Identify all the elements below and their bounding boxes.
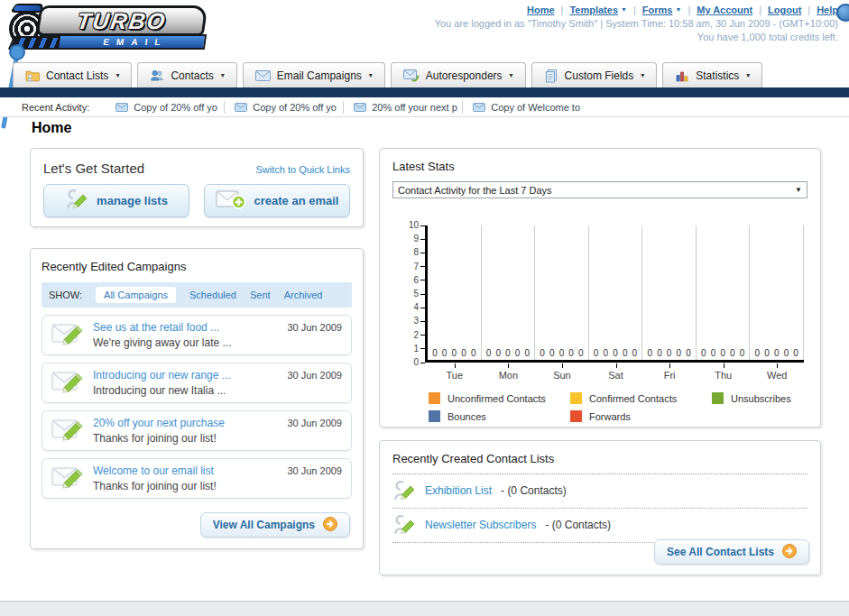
chart-value-label: 0 xyxy=(461,348,466,358)
header-link-forms[interactable]: Forms xyxy=(642,5,673,15)
contact-list-link[interactable]: Newsletter Subscribers xyxy=(425,519,536,531)
chart-value-labels: 00000 xyxy=(428,348,481,358)
chart-value-label: 0 xyxy=(559,348,565,358)
chart-plot-area: 00000000000000000000000000000000000 xyxy=(425,225,804,363)
see-all-contact-lists-button[interactable]: See All Contact Lists xyxy=(654,539,809,565)
chart-value-label: 0 xyxy=(711,348,716,358)
recent-activity-item-label: Copy of 20% off yo xyxy=(134,102,217,113)
contact-list-item: Newsletter Subscribers - (0 Contacts) xyxy=(392,509,807,543)
chart-day-group: 00000 xyxy=(642,225,697,360)
tab-statistics[interactable]: Statistics▾ xyxy=(662,62,762,87)
y-tick-mark xyxy=(420,335,425,336)
campaign-title-link[interactable]: Welcome to our email list xyxy=(93,464,278,477)
x-tick-label: Wed xyxy=(750,363,804,381)
y-tick-mark xyxy=(420,348,425,349)
recent-activity-item-label: Copy of 20% off yo xyxy=(253,102,337,113)
campaign-date: 30 Jun 2009 xyxy=(287,368,342,381)
link-separator: | xyxy=(759,5,761,15)
create-email-button[interactable]: create an email xyxy=(204,184,350,217)
chevron-down-icon: ▼ xyxy=(621,6,627,13)
campaign-filters: All CampaignsScheduledSentArchived xyxy=(96,287,322,303)
view-all-campaigns-button[interactable]: View All Campaigns xyxy=(200,512,350,538)
y-tick-mark xyxy=(420,363,425,363)
recent-activity-item-label: Copy of Welcome to xyxy=(491,102,580,113)
y-tick-mark xyxy=(420,253,425,253)
contact-list-items: Exhibition List - (0 Contacts)Newsletter… xyxy=(392,474,807,543)
recent-contact-lists-title: Recently Created Contact Lists xyxy=(392,452,807,474)
chart-value-label: 0 xyxy=(432,348,438,358)
recent-activity-item[interactable]: Copy of 20% off yo xyxy=(225,101,344,114)
legend-item-forwards: Forwards xyxy=(570,410,712,422)
contact-activity-chart: 012345678910 000000000000000000000000000… xyxy=(392,225,807,363)
switch-quick-links-link[interactable]: Switch to Quick Links xyxy=(255,164,350,175)
chart-value-label: 0 xyxy=(540,348,545,358)
contact-list-item: Exhibition List - (0 Contacts) xyxy=(392,474,807,509)
main-navigation: Contact Lists▾Contacts▾Email Campaigns▾A… xyxy=(13,62,762,87)
tab-contacts[interactable]: Contacts▾ xyxy=(137,62,236,87)
chart-value-label: 0 xyxy=(524,348,530,358)
chevron-down-icon: ▼ xyxy=(675,6,681,13)
y-tick-mark xyxy=(420,280,425,280)
manage-lists-button[interactable]: manage lists xyxy=(43,184,189,217)
contact-list-link[interactable]: Exhibition List xyxy=(425,484,492,497)
header-utility-area: Home|Templates▼|Forms▼|My Account|Logout… xyxy=(435,5,838,42)
chart-day-group: 00000 xyxy=(589,225,643,360)
legend-label: Unconfirmed Contacts xyxy=(448,393,546,404)
recent-activity-item[interactable]: Copy of 20% off yo xyxy=(106,101,225,114)
envelope-small-icon xyxy=(354,103,366,112)
logo-wordmark: TURBO xyxy=(36,5,208,36)
tab-custom-fields[interactable]: Custom Fields▾ xyxy=(531,62,658,87)
tab-autoresponders[interactable]: Autoresponders▾ xyxy=(391,62,526,87)
footer-bar xyxy=(0,601,849,616)
chevron-down-icon: ▾ xyxy=(221,71,225,79)
header-link-home[interactable]: Home xyxy=(527,5,555,15)
y-tick-label: 4 xyxy=(413,303,419,312)
legend-item-confirmed-contacts: Confirmed Contacts xyxy=(570,392,712,404)
envelope-nav-icon xyxy=(255,70,271,81)
campaign-item-body: Welcome to our email listThanks for join… xyxy=(93,464,278,492)
campaign-date: 30 Jun 2009 xyxy=(287,416,342,428)
tab-email-campaigns[interactable]: Email Campaigns▾ xyxy=(243,62,385,87)
campaign-subtitle: We're giving away our late ... xyxy=(93,336,278,349)
view-all-campaigns-label: View All Campaigns xyxy=(213,519,315,531)
header-link-help[interactable]: Help xyxy=(817,5,838,15)
person-pencil-icon xyxy=(392,479,416,502)
header-link-my-account[interactable]: My Account xyxy=(697,5,752,15)
campaign-title-link[interactable]: See us at the retail food ... xyxy=(93,321,278,334)
envelope-arrow-icon xyxy=(403,69,420,82)
campaign-filter-all-campaigns[interactable]: All Campaigns xyxy=(96,287,176,303)
chart-value-label: 0 xyxy=(594,348,599,358)
link-separator: | xyxy=(688,5,690,15)
campaign-filter-scheduled[interactable]: Scheduled xyxy=(189,290,236,300)
navy-divider-bar xyxy=(0,87,849,97)
recent-activity-item[interactable]: 20% off your next p xyxy=(344,101,463,114)
chart-value-label: 0 xyxy=(471,348,476,358)
y-tick-label: 7 xyxy=(413,262,419,271)
campaign-item-body: 20% off your next purchaseThanks for joi… xyxy=(93,416,278,445)
campaign-item: 20% off your next purchaseThanks for joi… xyxy=(42,410,352,451)
x-tick-mark xyxy=(455,363,456,368)
chart-day-group: 00000 xyxy=(750,225,804,360)
legend-label: Bounces xyxy=(448,411,486,422)
campaign-title-link[interactable]: 20% off your next purchase xyxy=(93,417,278,429)
header-link-templates[interactable]: Templates xyxy=(569,5,618,15)
recent-activity-item[interactable]: Copy of Welcome to xyxy=(463,101,582,114)
arrow-circle-icon xyxy=(323,517,337,534)
tab-label: Contacts xyxy=(171,69,213,82)
x-tick-label: Mon xyxy=(482,363,536,381)
tab-contact-lists[interactable]: Contact Lists▾ xyxy=(13,62,132,87)
campaign-date: 30 Jun 2009 xyxy=(287,464,342,476)
campaign-filter-archived[interactable]: Archived xyxy=(284,290,323,300)
chart-value-label: 0 xyxy=(623,348,628,358)
stats-period-dropdown[interactable]: Contact Activity for the Last 7 Days ▼ xyxy=(392,181,807,198)
recent-campaigns-panel: Recently Edited Campaigns SHOW: All Camp… xyxy=(30,248,364,549)
campaign-title-link[interactable]: Introducing our new range ... xyxy=(93,369,278,382)
chart-value-label: 0 xyxy=(452,348,457,358)
y-tick-mark xyxy=(420,294,425,295)
chevron-down-icon: ▾ xyxy=(369,71,373,79)
see-all-contact-lists-label: See All Contact Lists xyxy=(667,546,774,558)
recent-activity-bar: Recent Activity: Copy of 20% off yoCopy … xyxy=(0,97,849,117)
header-link-logout[interactable]: Logout xyxy=(768,5,801,15)
chart-value-labels: 00000 xyxy=(482,348,535,358)
campaign-filter-sent[interactable]: Sent xyxy=(250,290,271,300)
